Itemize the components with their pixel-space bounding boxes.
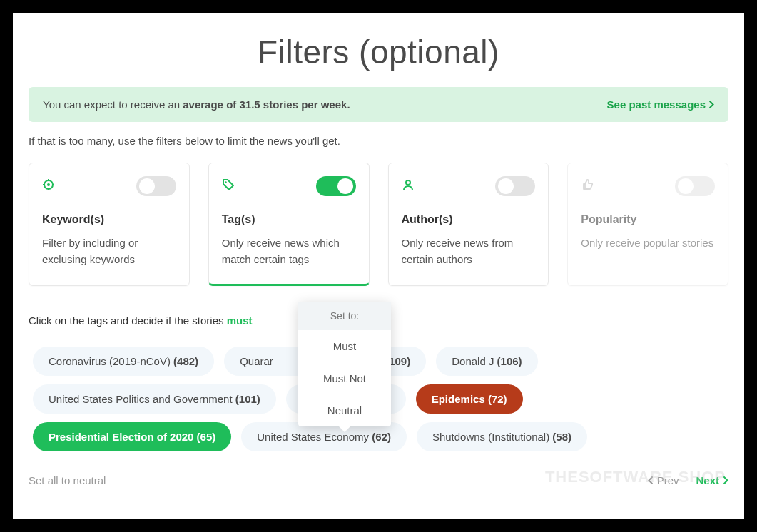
info-banner: You can expect to receive an average of … bbox=[29, 87, 728, 122]
card-keywords[interactable]: Keyword(s) Filter by including or exclus… bbox=[29, 163, 190, 286]
tag-coronavirus[interactable]: Coronavirus (2019-nCoV) (482) bbox=[33, 347, 214, 376]
target-icon bbox=[42, 178, 55, 194]
chevron-right-icon bbox=[709, 101, 714, 108]
card-popularity[interactable]: Popularity Only receive popular stories bbox=[567, 163, 728, 286]
toggle-authors[interactable] bbox=[495, 176, 535, 196]
popover-must[interactable]: Must bbox=[298, 330, 391, 362]
chevron-right-icon bbox=[723, 476, 728, 484]
person-icon bbox=[402, 178, 415, 194]
next-button[interactable]: Next bbox=[696, 474, 728, 486]
see-past-messages-link[interactable]: See past messages bbox=[607, 98, 714, 111]
thumbs-up-icon bbox=[581, 178, 594, 194]
set-all-neutral-button[interactable]: Set all to neutral bbox=[29, 474, 106, 486]
tag-us-politics[interactable]: United States Politics and Government (1… bbox=[33, 384, 276, 414]
modal-frame: Filters (optional) You can expect to rec… bbox=[13, 13, 744, 519]
tag-icon bbox=[222, 178, 235, 194]
card-popularity-desc: Only receive popular stories bbox=[581, 235, 715, 251]
banner-bold: average of 31.5 stories per week. bbox=[183, 98, 350, 111]
page-title: Filters (optional) bbox=[29, 33, 728, 71]
banner-prefix: You can expect to receive an bbox=[43, 98, 183, 111]
must-word: must bbox=[227, 314, 253, 327]
svg-point-1 bbox=[47, 183, 50, 186]
card-authors-title: Author(s) bbox=[402, 213, 536, 226]
footer: Set all to neutral Prev Next bbox=[29, 471, 728, 486]
card-tags-title: Tag(s) bbox=[222, 213, 356, 226]
popover-header: Set to: bbox=[298, 302, 391, 330]
tag-epidemics[interactable]: Epidemics (72) bbox=[416, 384, 523, 414]
tag-donald-j[interactable]: Donald J (106) bbox=[436, 347, 537, 376]
popover-must-not[interactable]: Must Not bbox=[298, 362, 391, 394]
chevron-left-icon bbox=[648, 476, 653, 484]
toggle-popularity[interactable] bbox=[675, 176, 715, 196]
card-keywords-desc: Filter by including or exclusing keyword… bbox=[42, 235, 176, 268]
card-authors[interactable]: Author(s) Only receive news from certain… bbox=[388, 163, 549, 286]
filter-cards: Keyword(s) Filter by including or exclus… bbox=[29, 163, 728, 286]
card-tags[interactable]: Tag(s) Only receive news which match cer… bbox=[208, 163, 370, 286]
svg-point-2 bbox=[225, 181, 226, 183]
card-tags-desc: Only receive news which match certain ta… bbox=[222, 235, 356, 268]
tag-shutdowns[interactable]: Shutdowns (Institutional) (58) bbox=[417, 422, 587, 451]
toggle-tags[interactable] bbox=[316, 176, 356, 196]
toggle-keywords[interactable] bbox=[136, 176, 176, 196]
card-popularity-title: Popularity bbox=[581, 213, 715, 226]
banner-text: You can expect to receive an average of … bbox=[43, 98, 350, 111]
tag-state-popover: Set to: Must Must Not Neutral bbox=[298, 302, 391, 426]
nav-buttons: Prev Next bbox=[648, 474, 728, 486]
tag-presidential-election[interactable]: Presidential Election of 2020 (65) bbox=[33, 422, 231, 451]
card-authors-desc: Only receive news from certain authors bbox=[402, 235, 536, 268]
subtext: If that is too many, use the filters bel… bbox=[29, 135, 728, 147]
prev-button[interactable]: Prev bbox=[648, 474, 679, 486]
card-keywords-title: Keyword(s) bbox=[42, 213, 176, 226]
banner-link-label: See past messages bbox=[607, 98, 706, 111]
svg-point-3 bbox=[406, 180, 410, 185]
popover-neutral[interactable]: Neutral bbox=[298, 394, 391, 426]
next-label: Next bbox=[696, 474, 719, 486]
prev-label: Prev bbox=[657, 474, 679, 486]
